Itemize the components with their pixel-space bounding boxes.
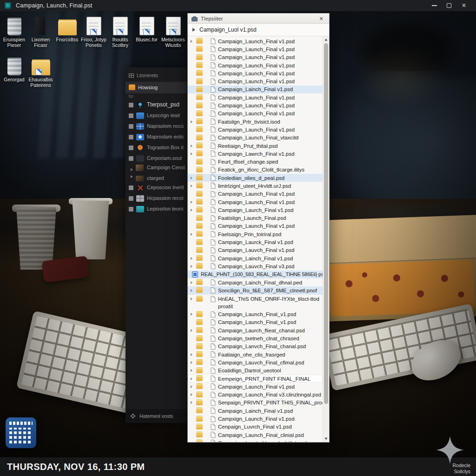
- file-row[interactable]: Senpaign_PRIVNT_PIINT THIS_FINAL_proof.: [188, 399, 323, 407]
- file-row[interactable]: Eempeign_PRNT_FIINT FINAL_FINAL: [188, 375, 323, 383]
- file-row[interactable]: Soncilign_Ro_f&E_587_fiME_clnnetl.pnof: [188, 286, 323, 294]
- calendar-icon[interactable]: [6, 417, 36, 448]
- desktop-icon[interactable]: Eruospien Pieser: [1, 14, 27, 54]
- layer-checkbox[interactable]: [129, 145, 133, 150]
- desktop-icon[interactable]: Gerorgad: [1, 54, 27, 94]
- file-row[interactable]: Faatiaign_ohe_clis_frasrged: [188, 350, 323, 358]
- chevron-right-icon[interactable]: [191, 377, 195, 380]
- file-row[interactable]: Campaign_Launch_Final_v1.psd: [188, 318, 323, 326]
- explorer-title-bar[interactable]: Tlepsiiter ×: [188, 13, 329, 24]
- file-row[interactable]: Cenpaign_Luvrch_Final v1.psd: [188, 423, 323, 431]
- close-button[interactable]: ×: [456, 0, 471, 11]
- scroll-up-icon[interactable]: ▲: [323, 36, 329, 43]
- file-row[interactable]: Campaign_Launch_Final v3.clinzlnngal.psd: [188, 390, 323, 398]
- explorer-breadcrumb[interactable]: Campaign_Luol v1.psd: [188, 24, 329, 36]
- layer-row[interactable]: Tograston Box it: [126, 142, 187, 153]
- desktop-icon[interactable]: Metscloors Wiustls: [160, 14, 186, 54]
- file-row[interactable]: Campaign_Lawrch_Final v1.psd: [188, 150, 323, 158]
- layer-checkbox[interactable]: [129, 103, 133, 107]
- desktop-icon[interactable]: Blusec.for: [133, 14, 160, 54]
- file-row[interactable]: Campaign_Lanvch_Final_chanal.psd: [188, 343, 323, 350]
- scroll-down-icon[interactable]: ▼: [323, 436, 329, 442]
- file-row[interactable]: Reetiaign_Prut_thital.psd: [188, 142, 323, 150]
- file-row[interactable]: Campaign_Launch_Final_vtaxcitd: [188, 134, 323, 142]
- file-row[interactable]: Faatislign_Launch_Final.psd: [188, 214, 323, 222]
- desktop-icon[interactable]: Lixomen Ficasr: [27, 14, 54, 54]
- sparkle-icon[interactable]: [435, 435, 465, 465]
- chevron-right-icon[interactable]: [191, 313, 195, 316]
- layer-row[interactable]: Ltonerets: [126, 69, 187, 82]
- file-row[interactable]: Campaign_Laurch_Final v1.psd: [188, 206, 323, 214]
- maximize-button[interactable]: [442, 0, 456, 11]
- file-row[interactable]: Featick_gn_i6orc_Clolit_tlcarge.ilitys: [188, 166, 323, 174]
- layer-checkbox[interactable]: [129, 135, 133, 139]
- file-row[interactable]: Fooledian_olies_d_peal.psd: [188, 174, 323, 182]
- layer-row[interactable]: Howsiog: [126, 82, 187, 93]
- file-row[interactable]: Campaign_Lauvch_Final v3.psd: [188, 262, 323, 270]
- layer-row[interactable]: Tterpsot_psd: [126, 99, 187, 110]
- layer-row[interactable]: Lepiosrlon teoric: [126, 204, 187, 214]
- file-row[interactable]: Campaign_Launch_Final v1.psd: [188, 61, 323, 69]
- chevron-right-icon[interactable]: [191, 385, 195, 388]
- file-row[interactable]: Campaign_Lorut_dd_neol_chtilnt.psd: [188, 439, 323, 442]
- layer-row[interactable]: Hcpassion recoit: [126, 193, 187, 204]
- layer-checkbox[interactable]: [129, 196, 133, 201]
- chevron-right-icon[interactable]: [191, 281, 195, 284]
- file-row[interactable]: Campaign_Launch_Final v1.psd: [188, 69, 323, 77]
- chevron-right-icon[interactable]: [191, 361, 195, 364]
- desktop-icon[interactable]: Ihoutits Scolbry: [107, 14, 133, 54]
- layer-checkbox[interactable]: [129, 207, 133, 212]
- chevron-right-icon[interactable]: [191, 40, 195, 43]
- file-row[interactable]: Campaign_Launch_Final v1.psd: [188, 45, 323, 53]
- file-row[interactable]: Campaign_Lauvch_Final_cfimal.psd: [188, 358, 323, 366]
- scrollbar-thumb[interactable]: [324, 43, 328, 404]
- expand-arrows-icon[interactable]: [129, 168, 134, 178]
- layers-panel-footer[interactable]: Hatemeol xosts: [126, 409, 187, 423]
- file-row[interactable]: Campaign_Launch_Final v1.psd: [188, 53, 323, 61]
- desktop-icon[interactable]: Frioo, Jotyp Ponetis: [80, 14, 107, 54]
- file-row[interactable]: Campxign_Launch_Final v1.psd: [188, 415, 323, 423]
- file-row[interactable]: Campaign_Launch_Final v1.psd: [188, 383, 323, 390]
- file-row[interactable]: Campaign_Lainch_Final_dhnal.ped: [188, 278, 323, 286]
- file-row[interactable]: Eoatidlign_Dartrol_ueotool: [188, 367, 323, 375]
- chevron-right-icon[interactable]: [191, 393, 195, 396]
- layer-row[interactable]: Napraslom nocia: [126, 121, 187, 132]
- file-row[interactable]: Campaign_Launch_Final v1.psd: [188, 101, 323, 109]
- file-row[interactable]: Campaign_Launch_Final_v1.psd: [188, 311, 323, 318]
- layer-checkbox[interactable]: [129, 124, 133, 129]
- file-row[interactable]: Campaign_Launch_Final v1.psd: [188, 93, 323, 101]
- layer-row[interactable]: Maproslam eotisr: [126, 132, 187, 142]
- file-row[interactable]: Campaign_Laurck_Final v1.psd: [188, 238, 323, 246]
- layer-row[interactable]: Campoign Censtctarged: [126, 164, 187, 182]
- chevron-right-icon[interactable]: [191, 120, 195, 123]
- file-row[interactable]: Faatsilgn_Prtr_tivisict.isod: [188, 118, 323, 126]
- file-row[interactable]: HnEAL_ThiS ONE_ONRF-IYXte_tilsct-ttodpro…: [188, 295, 323, 311]
- chevron-right-icon[interactable]: [191, 298, 195, 300]
- chevron-right-icon[interactable]: [191, 185, 195, 187]
- file-row[interactable]: Faelsaign_Prin_toiriral.psd: [188, 230, 323, 238]
- file-row[interactable]: Campaign_Lauvch_Final v1.psd: [188, 246, 323, 254]
- chevron-right-icon[interactable]: [191, 289, 195, 292]
- file-row[interactable]: Campaign_Launch_Final v1.psd: [188, 77, 323, 85]
- file-row[interactable]: Campaign_Launch_Final v1.psd: [188, 126, 323, 133]
- file-row[interactable]: Campaign_Launch_Final v1.psd: [188, 110, 323, 118]
- file-row[interactable]: Campaign_Lainch_Final v1.psd: [188, 86, 323, 93]
- file-row[interactable]: Campaign_Launch_Final v1.psd: [188, 198, 323, 206]
- minimize-button[interactable]: [427, 0, 442, 11]
- file-row[interactable]: Feurt_tfisel_change.sped: [188, 158, 323, 165]
- chevron-right-icon[interactable]: [191, 329, 195, 332]
- file-row[interactable]: Campaign_Lainch_Final v1.psd: [188, 407, 323, 415]
- chevron-right-icon[interactable]: [191, 369, 195, 372]
- chevron-right-icon[interactable]: [191, 209, 195, 212]
- chevron-right-icon[interactable]: [191, 152, 195, 155]
- chevron-right-icon[interactable]: [191, 233, 195, 236]
- file-row[interactable]: Campaign_Launch_Final v1.psd: [188, 37, 323, 45]
- file-row[interactable]: Campaign_Laurch_flieat_chanal.psd: [188, 326, 323, 334]
- layer-row[interactable]: Lepscrign ieait: [126, 110, 187, 121]
- chevron-right-icon[interactable]: [191, 265, 195, 268]
- scrollbar[interactable]: ▲ ▼: [323, 36, 329, 442]
- file-row[interactable]: Campaign_Launch_Final v1.psd: [188, 190, 323, 198]
- layer-row[interactable]: bz.: [126, 93, 187, 99]
- layer-checkbox[interactable]: [129, 156, 133, 161]
- chevron-right-icon[interactable]: [191, 177, 195, 179]
